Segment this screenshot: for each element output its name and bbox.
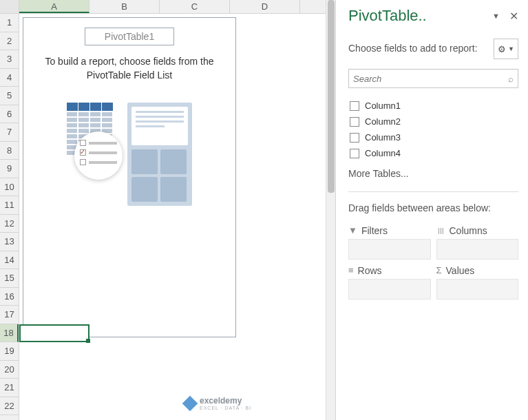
area-label: Rows: [358, 265, 382, 276]
row-header[interactable]: 22: [0, 397, 19, 416]
row-header[interactable]: 16: [0, 288, 19, 306]
row-header[interactable]: 2: [0, 32, 19, 51]
row-header[interactable]: 15: [0, 269, 19, 288]
close-icon[interactable]: ✕: [509, 10, 518, 23]
filter-icon: ▼: [348, 225, 357, 235]
watermark-brand: exceldemy: [200, 396, 251, 406]
watermark-tagline: EXCEL · DATA · BI: [200, 406, 251, 410]
chevron-down-icon: ▼: [508, 45, 514, 52]
checkbox-icon[interactable]: [350, 133, 359, 143]
pivottable-placeholder[interactable]: PivotTable1 To build a report, choose fi…: [23, 17, 236, 337]
search-icon: ⌕: [508, 74, 514, 84]
select-all-corner[interactable]: [0, 0, 19, 13]
tools-button[interactable]: ⚙ ▼: [494, 39, 518, 59]
scrollbar-thumb[interactable]: [328, 0, 335, 193]
choose-fields-label: Choose fields to add to report:: [348, 42, 478, 56]
row-header[interactable]: 10: [0, 178, 19, 197]
field-label: Column3: [365, 132, 401, 143]
more-tables-link[interactable]: More Tables...: [348, 168, 518, 179]
row-header[interactable]: 13: [0, 233, 19, 251]
field-label: Column2: [365, 116, 401, 127]
drag-fields-label: Drag fields between areas below:: [348, 202, 518, 216]
column-header-a[interactable]: A: [19, 0, 89, 13]
row-header[interactable]: 3: [0, 50, 19, 69]
values-area[interactable]: ΣValues: [436, 265, 519, 300]
row-header[interactable]: 12: [0, 215, 19, 233]
area-label: Values: [446, 265, 475, 276]
field-item-column2[interactable]: Column2: [348, 114, 518, 129]
column-header-d[interactable]: D: [230, 0, 300, 13]
row-number-gutter: 1 2 3 4 5 6 7 8 9 10 11 12 13 14 15 16 1…: [0, 14, 19, 420]
field-list: Column1 Column2 Column3 Column4: [348, 98, 518, 161]
cell-grid[interactable]: PivotTable1 To build a report, choose fi…: [19, 14, 326, 420]
filters-dropzone[interactable]: [348, 239, 431, 260]
gear-icon: ⚙: [498, 44, 506, 54]
row-header[interactable]: 6: [0, 105, 19, 124]
field-item-column4[interactable]: Column4: [348, 145, 518, 161]
field-item-column3[interactable]: Column3: [348, 129, 518, 145]
field-label: Column1: [365, 101, 401, 111]
row-header[interactable]: 21: [0, 379, 19, 397]
row-header[interactable]: 7: [0, 123, 19, 142]
search-input[interactable]: [353, 74, 508, 84]
taskpane-dropdown-icon[interactable]: ▼: [492, 12, 500, 20]
row-header[interactable]: 18: [0, 324, 19, 343]
rows-dropzone[interactable]: [348, 279, 431, 300]
row-header[interactable]: 14: [0, 251, 19, 270]
area-label: Columns: [450, 225, 487, 236]
row-header[interactable]: 1: [0, 14, 19, 32]
row-header[interactable]: 9: [0, 160, 19, 178]
field-label: Column4: [365, 148, 401, 158]
values-dropzone[interactable]: [436, 279, 519, 300]
columns-icon: ⫼: [436, 225, 445, 235]
columns-area[interactable]: ⫼Columns: [436, 225, 519, 260]
pivottable-fields-pane: PivotTable.. ▼ ✕ Choose fields to add to…: [335, 0, 528, 420]
field-item-column1[interactable]: Column1: [348, 98, 518, 114]
field-search-box[interactable]: ⌕: [348, 69, 518, 88]
divider: [348, 191, 518, 192]
watermark: exceldemy EXCEL · DATA · BI: [184, 396, 251, 410]
taskpane-title: PivotTable..: [348, 7, 427, 25]
row-header[interactable]: 19: [0, 342, 19, 361]
checkbox-icon[interactable]: [350, 149, 359, 158]
row-header[interactable]: 17: [0, 306, 19, 324]
column-header-row: A B C D: [0, 0, 326, 14]
row-header[interactable]: 5: [0, 87, 19, 105]
pivottable-name: PivotTable1: [85, 28, 174, 45]
rows-area[interactable]: ≡Rows: [348, 265, 431, 300]
column-header-c[interactable]: C: [160, 0, 230, 13]
sigma-icon: Σ: [436, 265, 442, 275]
pivottable-instruction: To build a report, choose fields from th…: [29, 55, 230, 82]
rows-icon: ≡: [348, 265, 354, 275]
illustration-magnifier-icon: [74, 132, 123, 180]
column-header-b[interactable]: B: [89, 0, 160, 13]
row-header[interactable]: 4: [0, 69, 19, 87]
vertical-scrollbar[interactable]: [326, 0, 335, 420]
pivottable-illustration: [29, 103, 230, 206]
active-cell-a18[interactable]: [19, 324, 89, 343]
row-header[interactable]: 8: [0, 142, 19, 160]
checkbox-icon[interactable]: [350, 117, 359, 127]
row-header[interactable]: 20: [0, 361, 19, 379]
area-label: Filters: [361, 225, 388, 236]
exceldemy-logo-icon: [182, 395, 198, 411]
columns-dropzone[interactable]: [436, 239, 519, 260]
row-header[interactable]: 11: [0, 196, 19, 215]
illustration-fieldlist-icon: [127, 103, 192, 206]
filters-area[interactable]: ▼Filters: [348, 225, 431, 260]
spreadsheet-area: A B C D 1 2 3 4 5 6 7 8 9 10 11 12 13 14…: [0, 0, 326, 420]
checkbox-icon[interactable]: [350, 101, 359, 111]
